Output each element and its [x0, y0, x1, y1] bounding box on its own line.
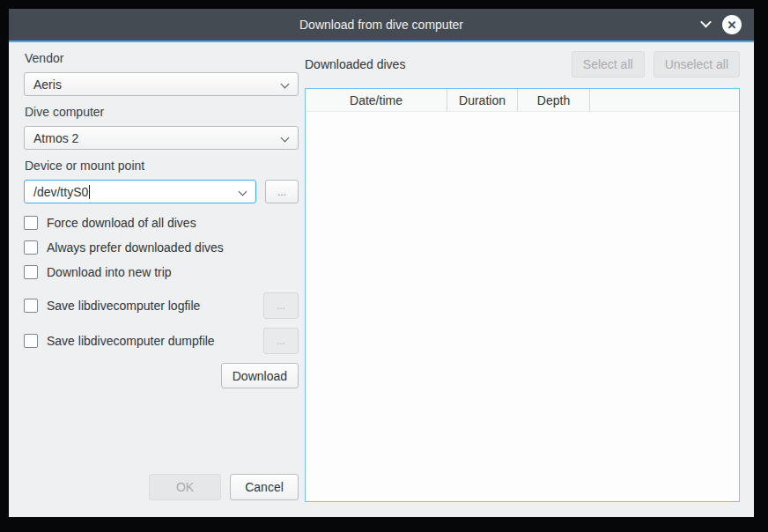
save-dumpfile-row: Save libdivecomputer dumpfile ...	[24, 328, 299, 354]
dives-table-header: Date/time Duration Depth	[306, 89, 739, 112]
vendor-select[interactable]: Aeris	[24, 72, 299, 96]
dives-table[interactable]: Date/time Duration Depth	[305, 88, 740, 502]
cancel-button[interactable]: Cancel	[230, 474, 299, 500]
titlebar-controls: ✕	[702, 9, 742, 41]
chevron-down-icon	[239, 188, 247, 196]
download-dialog-window: Download from dive computer ✕ Vendor Aer…	[9, 9, 754, 517]
column-header-datetime[interactable]: Date/time	[306, 89, 447, 111]
dumpfile-browse-button: ...	[263, 328, 299, 354]
prefer-downloaded-checkbox[interactable]	[24, 240, 38, 255]
downloaded-dives-panel: Downloaded dives Select all Unselect all…	[305, 51, 740, 502]
column-header-blank[interactable]	[590, 89, 739, 111]
dialog-buttons: OK Cancel	[24, 474, 299, 500]
new-trip-checkbox[interactable]	[24, 265, 38, 279]
device-row: /dev/ttyS0 ...	[24, 180, 299, 203]
dive-computer-value: Atmos 2	[33, 131, 78, 145]
download-row: Download	[24, 363, 299, 388]
device-input[interactable]: /dev/ttyS0	[24, 180, 256, 203]
logfile-browse-button: ...	[263, 292, 299, 319]
new-trip-row: Download into new trip	[24, 264, 299, 280]
titlebar[interactable]: Download from dive computer ✕	[9, 9, 754, 41]
chevron-down-icon	[700, 16, 712, 27]
save-logfile-label[interactable]: Save libdivecomputer logfile	[47, 299, 200, 313]
chevron-down-icon	[281, 134, 290, 143]
save-dumpfile-label[interactable]: Save libdivecomputer dumpfile	[47, 334, 215, 348]
force-download-label[interactable]: Force download of all dives	[47, 216, 196, 230]
download-button[interactable]: Download	[221, 363, 299, 388]
dive-computer-label: Dive computer	[25, 105, 299, 119]
device-browse-button[interactable]: ...	[265, 180, 299, 203]
chevron-down-icon	[281, 80, 290, 89]
downloaded-dives-header: Downloaded dives Select all Unselect all	[305, 51, 740, 78]
device-value: /dev/ttyS0	[33, 185, 88, 199]
downloaded-dives-title: Downloaded dives	[305, 57, 405, 71]
close-icon: ✕	[727, 19, 737, 31]
force-download-row: Force download of all dives	[24, 215, 299, 231]
force-download-checkbox[interactable]	[24, 216, 38, 230]
text-cursor	[89, 185, 90, 199]
ok-button: OK	[149, 474, 221, 500]
vendor-value: Aeris	[33, 78, 62, 92]
save-logfile-row: Save libdivecomputer logfile ...	[24, 292, 299, 319]
dive-computer-select[interactable]: Atmos 2	[24, 126, 299, 150]
prefer-downloaded-row: Always prefer downloaded dives	[24, 240, 299, 255]
column-header-duration[interactable]: Duration	[447, 89, 518, 111]
save-dumpfile-checkbox[interactable]	[24, 334, 38, 348]
window-title: Download from dive computer	[9, 18, 754, 32]
vendor-label: Vendor	[25, 51, 299, 65]
dialog-content: Vendor Aeris Dive computer Atmos 2 Devic…	[9, 42, 754, 517]
select-all-button: Select all	[572, 51, 645, 78]
connection-panel: Vendor Aeris Dive computer Atmos 2 Devic…	[24, 51, 299, 388]
close-button[interactable]: ✕	[722, 15, 742, 34]
dives-table-body[interactable]	[306, 112, 739, 501]
prefer-downloaded-label[interactable]: Always prefer downloaded dives	[47, 240, 224, 255]
unselect-all-button: Unselect all	[654, 51, 740, 78]
column-header-depth[interactable]: Depth	[518, 89, 590, 111]
save-logfile-checkbox[interactable]	[24, 299, 38, 313]
shade-button[interactable]	[702, 23, 710, 27]
new-trip-label[interactable]: Download into new trip	[47, 265, 172, 279]
device-label: Device or mount point	[25, 159, 299, 173]
